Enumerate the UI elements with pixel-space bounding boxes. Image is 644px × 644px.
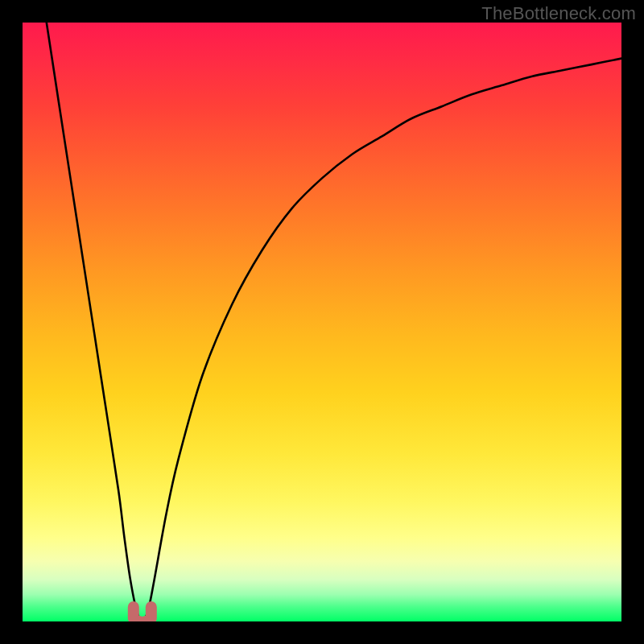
- chart-frame: TheBottleneck.com: [0, 0, 644, 644]
- bottleneck-curve: [47, 23, 621, 621]
- watermark-text: TheBottleneck.com: [481, 3, 636, 24]
- minimum-marker: [134, 607, 151, 621]
- plot-area: [23, 23, 621, 621]
- curve-layer: [23, 23, 621, 621]
